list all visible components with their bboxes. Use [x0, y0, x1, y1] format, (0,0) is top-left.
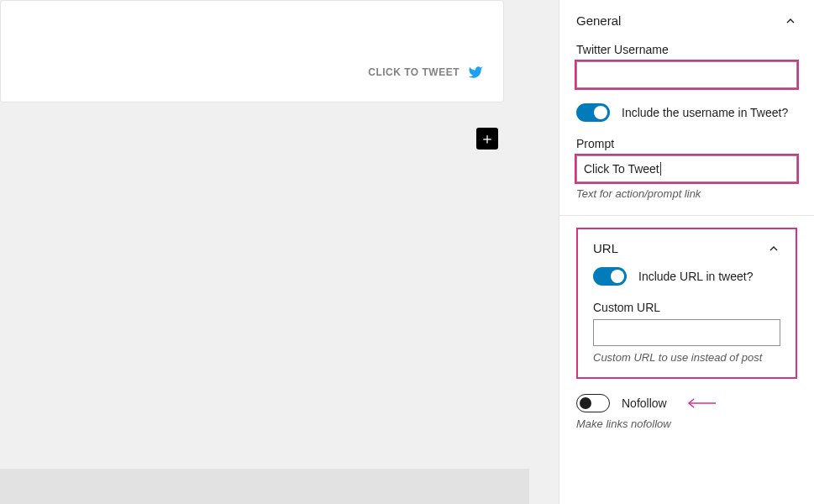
include-username-label: Include the username in Tweet?	[622, 106, 788, 119]
panel-url: URL Include URL in tweet? Custom URL Cus…	[559, 216, 814, 379]
chevron-up-icon	[784, 14, 797, 28]
editor-canvas[interactable]: CLICK TO TWEET ＋	[0, 0, 559, 504]
panel-url-highlight-box: URL Include URL in tweet? Custom URL Cus…	[576, 228, 797, 379]
prompt-input[interactable]: Click To Tweet	[576, 155, 797, 182]
chevron-up-icon	[767, 242, 780, 255]
custom-url-input[interactable]	[593, 319, 780, 346]
include-username-toggle-row: Include the username in Tweet?	[576, 103, 797, 122]
nofollow-toggle-row: Nofollow	[576, 394, 797, 412]
custom-url-label: Custom URL	[593, 301, 780, 314]
nofollow-label: Nofollow	[622, 396, 667, 410]
include-url-label: Include URL in tweet?	[638, 270, 753, 283]
twitter-username-input[interactable]	[576, 61, 797, 88]
add-block-button[interactable]: ＋	[476, 128, 498, 150]
twitter-bird-icon	[466, 65, 485, 80]
panel-general: General Twitter Username Include the use…	[559, 0, 814, 216]
twitter-username-label: Twitter Username	[576, 43, 797, 56]
custom-url-help: Custom URL to use instead of post	[593, 351, 780, 364]
nofollow-toggle[interactable]	[576, 394, 610, 412]
panel-general-title: General	[576, 13, 621, 28]
include-username-toggle[interactable]	[576, 103, 610, 122]
editor-bottom-band	[0, 469, 529, 504]
click-to-tweet-block[interactable]: CLICK TO TWEET	[0, 0, 504, 102]
include-url-toggle[interactable]	[593, 267, 627, 286]
plus-icon: ＋	[480, 131, 495, 146]
click-to-tweet-link[interactable]: CLICK TO TWEET	[368, 65, 485, 80]
click-to-tweet-label: CLICK TO TWEET	[368, 66, 460, 78]
annotation-arrow-icon	[687, 398, 716, 408]
panel-general-header[interactable]: General	[576, 13, 797, 28]
nofollow-section: Nofollow Make links nofollow	[559, 379, 814, 430]
prompt-help: Text for action/prompt link	[576, 187, 797, 200]
text-caret	[660, 162, 661, 176]
settings-sidebar: General Twitter Username Include the use…	[559, 0, 814, 504]
prompt-label: Prompt	[576, 137, 797, 150]
nofollow-help: Make links nofollow	[576, 417, 797, 430]
panel-url-title: URL	[593, 241, 618, 255]
panel-url-header[interactable]: URL	[593, 241, 780, 255]
include-url-toggle-row: Include URL in tweet?	[593, 267, 780, 286]
